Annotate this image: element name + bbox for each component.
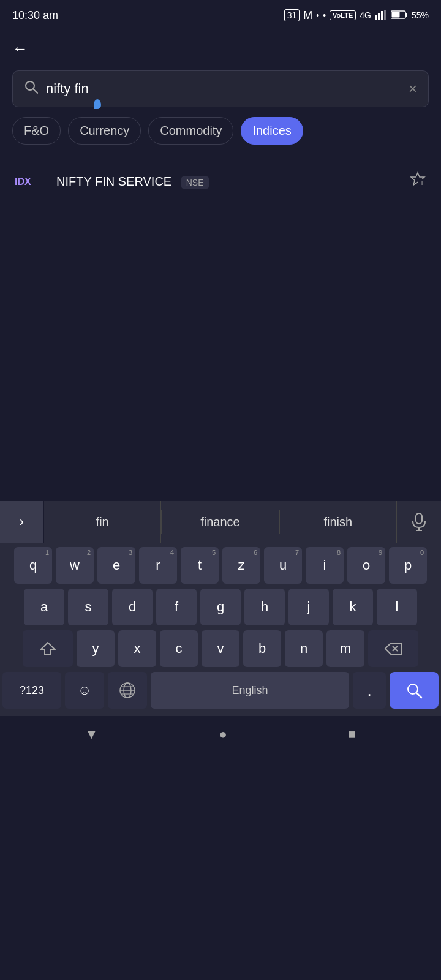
status-bar: 10:30 am 31 M • • VoLTE 4G 55% — [0, 0, 441, 31]
dot-icon: • — [316, 10, 319, 20]
keyboard-row-2: a s d f g h j k l — [2, 589, 439, 625]
search-clear-button[interactable]: × — [409, 80, 417, 97]
suggestion-finance[interactable]: finance — [162, 501, 279, 543]
empty-area — [0, 206, 441, 500]
nav-home-button[interactable]: ● — [219, 726, 227, 742]
svg-point-23 — [408, 684, 418, 694]
backspace-key[interactable] — [368, 630, 418, 667]
key-v[interactable]: v — [202, 630, 239, 667]
result-item[interactable]: IDX NIFTY FIN SERVICE NSE + — [0, 157, 441, 206]
volte-badge: VoLTE — [330, 10, 356, 20]
nav-bar: ▼ ● ■ — [0, 716, 441, 753]
key-c[interactable]: c — [160, 630, 198, 667]
result-name: NIFTY FIN SERVICE NSE — [56, 175, 399, 189]
key-h[interactable]: h — [244, 589, 285, 625]
space-key[interactable]: English — [151, 672, 349, 709]
tab-indices[interactable]: Indices — [241, 117, 303, 145]
key-o[interactable]: o9 — [347, 547, 385, 584]
key-e[interactable]: e3 — [97, 547, 135, 584]
key-f[interactable]: f — [156, 589, 197, 625]
search-icon — [24, 80, 39, 98]
key-x[interactable]: x — [118, 630, 156, 667]
svg-rect-5 — [405, 13, 407, 17]
key-d[interactable]: d — [112, 589, 153, 625]
keyboard-row-3: y x c v b n m — [2, 630, 439, 667]
tab-fo[interactable]: F&O — [12, 117, 61, 145]
key-z[interactable]: z6 — [222, 547, 260, 584]
svg-rect-2 — [381, 11, 383, 20]
svg-rect-12 — [416, 513, 422, 524]
signal-icon: 4G — [360, 10, 371, 20]
calendar-icon: 31 — [284, 9, 300, 21]
suggestions-arrow-button[interactable]: › — [0, 501, 44, 543]
search-bar[interactable]: nifty fin × — [12, 70, 429, 107]
key-n[interactable]: n — [285, 630, 323, 667]
key-q[interactable]: q1 — [14, 547, 52, 584]
key-y[interactable]: y — [77, 630, 115, 667]
result-badge: IDX — [15, 176, 45, 187]
key-p[interactable]: p0 — [389, 547, 427, 584]
keyboard-row-4: ?123 ☺ English . — [2, 672, 439, 709]
key-i[interactable]: i8 — [306, 547, 344, 584]
battery-icon — [391, 10, 408, 21]
search-input[interactable]: nifty fin — [46, 81, 401, 97]
svg-rect-3 — [384, 10, 386, 20]
suggestion-fin[interactable]: fin — [44, 501, 161, 543]
keyboard-suggestions-bar: › fin finance finish — [0, 500, 441, 542]
svg-line-8 — [34, 89, 38, 94]
keyboard: q1 w2 e3 r4 t5 z6 u7 i8 o9 p0 a s d f g … — [0, 542, 441, 716]
svg-rect-1 — [378, 13, 380, 20]
status-icons: 31 M • • VoLTE 4G 55% — [284, 9, 429, 22]
mic-button[interactable] — [397, 501, 441, 543]
signal-bars-icon — [375, 10, 387, 21]
emoji-key[interactable]: ☺ — [65, 672, 104, 709]
key-j[interactable]: j — [288, 589, 329, 625]
key-g[interactable]: g — [200, 589, 241, 625]
search-enter-key[interactable] — [390, 672, 439, 709]
key-b[interactable]: b — [243, 630, 281, 667]
svg-text:+: + — [420, 178, 424, 187]
tab-commodity[interactable]: Commodity — [148, 117, 233, 145]
suggestion-finish[interactable]: finish — [280, 501, 397, 543]
key-t[interactable]: t5 — [181, 547, 219, 584]
battery-percent: 55% — [412, 10, 429, 20]
nav-back-button[interactable]: ▼ — [85, 726, 99, 742]
shift-key[interactable] — [23, 630, 73, 667]
status-time: 10:30 am — [12, 9, 58, 22]
key-k[interactable]: k — [333, 589, 373, 625]
back-button[interactable]: ← — [12, 39, 429, 58]
svg-rect-6 — [391, 12, 399, 17]
key-a[interactable]: a — [24, 589, 64, 625]
key-l[interactable]: l — [377, 589, 417, 625]
svg-marker-15 — [40, 643, 55, 655]
globe-key[interactable] — [108, 672, 147, 709]
nav-recent-button[interactable]: ■ — [348, 726, 356, 742]
key-s[interactable]: s — [68, 589, 108, 625]
filter-tabs: F&O Currency Commodity Indices — [0, 117, 441, 145]
period-key[interactable]: . — [353, 672, 386, 709]
dot2-icon: • — [323, 10, 326, 20]
svg-line-24 — [417, 693, 422, 698]
top-bar: ← — [0, 31, 441, 64]
cursor-indicator — [94, 99, 101, 109]
svg-rect-0 — [375, 15, 377, 20]
key-w[interactable]: w2 — [56, 547, 94, 584]
watchlist-star-button[interactable]: + — [409, 171, 426, 192]
key-u[interactable]: u7 — [264, 547, 302, 584]
tab-currency[interactable]: Currency — [68, 117, 141, 145]
gmail-icon: M — [303, 9, 312, 22]
keyboard-row-1: q1 w2 e3 r4 t5 z6 u7 i8 o9 p0 — [2, 547, 439, 584]
key-m[interactable]: m — [326, 630, 364, 667]
chevron-right-icon: › — [20, 514, 24, 530]
number-key[interactable]: ?123 — [2, 672, 61, 709]
result-exchange: NSE — [181, 176, 209, 189]
key-r[interactable]: r4 — [139, 547, 177, 584]
search-bar-container: nifty fin × — [12, 70, 429, 107]
